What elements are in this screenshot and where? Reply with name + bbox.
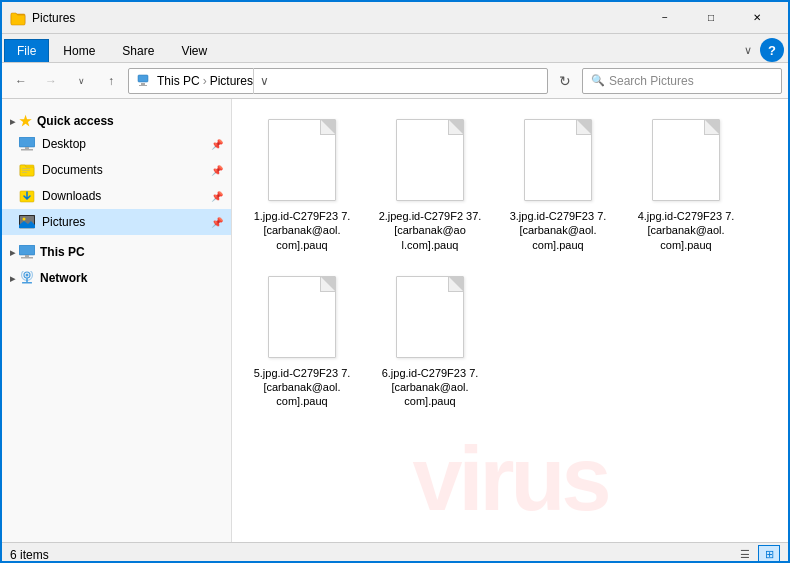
svg-rect-6 [21, 149, 33, 151]
svg-rect-22 [22, 282, 32, 284]
file-page-corner-0 [321, 120, 335, 134]
file-page-5 [396, 276, 464, 358]
ribbon-chevron[interactable]: ∨ [736, 40, 760, 61]
main-layout: ▸ ★ Quick access Desktop 📌 [2, 99, 788, 542]
file-item-2[interactable]: 3.jpg.id-C279F23 7.[carbanak@aol. com].p… [498, 109, 618, 258]
view-grid-button[interactable]: ⊞ [758, 545, 780, 564]
path-dropdown-button[interactable]: ∨ [253, 68, 275, 94]
svg-point-14 [23, 218, 26, 221]
pictures-pin-icon: 📌 [211, 217, 223, 228]
tab-file[interactable]: File [4, 39, 49, 62]
file-item-3[interactable]: 4.jpg.id-C279F23 7.[carbanak@aol. com].p… [626, 109, 746, 258]
desktop-label: Desktop [42, 137, 86, 151]
back-button[interactable]: ← [8, 68, 34, 94]
file-grid: 1.jpg.id-C279F23 7.[carbanak@aol. com].p… [242, 109, 778, 415]
network-label: Network [40, 271, 87, 285]
pictures-icon [18, 213, 36, 231]
search-box[interactable]: 🔍 Search Pictures [582, 68, 782, 94]
file-name-5: 6.jpg.id-C279F23 7.[carbanak@aol. com].p… [376, 366, 484, 409]
svg-rect-4 [19, 137, 35, 147]
documents-pin-icon: 📌 [211, 165, 223, 176]
this-pc-header[interactable]: ▸ This PC [2, 239, 231, 261]
file-page-corner-4 [321, 277, 335, 291]
file-icon-5 [390, 272, 470, 362]
status-bar: 6 items ☰ ⊞ [2, 542, 788, 563]
documents-label: Documents [42, 163, 103, 177]
path-pictures[interactable]: Pictures [210, 74, 253, 88]
file-item-1[interactable]: 2.jpeg.id-C279F2 37.[carbanak@ao l.com].… [370, 109, 490, 258]
file-item[interactable]: 1.jpg.id-C279F23 7.[carbanak@aol. com].p… [242, 109, 362, 258]
file-page-corner-5 [449, 277, 463, 291]
network-chevron: ▸ [10, 273, 15, 284]
desktop-icon [18, 135, 36, 153]
ribbon-help-button[interactable]: ? [760, 38, 784, 62]
downloads-label: Downloads [42, 189, 101, 203]
quick-access-chevron: ▸ [10, 116, 15, 127]
forward-button[interactable]: → [38, 68, 64, 94]
tab-view[interactable]: View [168, 39, 220, 62]
svg-rect-3 [139, 85, 147, 86]
title-bar-title: Pictures [32, 11, 642, 25]
documents-icon [18, 161, 36, 179]
svg-rect-5 [25, 147, 29, 149]
sidebar: ▸ ★ Quick access Desktop 📌 [2, 99, 232, 542]
quick-access-header[interactable]: ▸ ★ Quick access [2, 107, 231, 131]
sidebar-item-pictures[interactable]: Pictures 📌 [2, 209, 231, 235]
minimize-button[interactable]: − [642, 2, 688, 34]
refresh-button[interactable]: ↻ [552, 68, 578, 94]
view-list-button[interactable]: ☰ [734, 545, 756, 564]
file-name-2: 3.jpg.id-C279F23 7.[carbanak@aol. com].p… [504, 209, 612, 252]
quick-access-label: Quick access [37, 114, 114, 128]
file-page-2 [524, 119, 592, 201]
file-name-4: 5.jpg.id-C279F23 7.[carbanak@aol. com].p… [248, 366, 356, 409]
file-icon-3 [646, 115, 726, 205]
network-header[interactable]: ▸ Network [2, 265, 231, 287]
file-page-1 [396, 119, 464, 201]
file-name-0: 1.jpg.id-C279F23 7.[carbanak@aol. com].p… [248, 209, 356, 252]
this-pc-label: This PC [40, 245, 85, 259]
address-path: This PC › Pictures ∨ [128, 68, 548, 94]
tab-share[interactable]: Share [109, 39, 167, 62]
ribbon-right: ∨ ? [736, 38, 788, 62]
file-icon-1 [390, 115, 470, 205]
sidebar-item-downloads[interactable]: Downloads 📌 [2, 183, 231, 209]
ribbon: File Home Share View ∨ ? [2, 34, 788, 63]
sidebar-item-documents[interactable]: Documents 📌 [2, 157, 231, 183]
dropdown-recent-button[interactable]: ∨ [68, 68, 94, 94]
file-icon-2 [518, 115, 598, 205]
up-button[interactable]: ↑ [98, 68, 124, 94]
close-button[interactable]: ✕ [734, 2, 780, 34]
svg-point-20 [26, 274, 29, 277]
file-page-corner-1 [449, 120, 463, 134]
maximize-button[interactable]: □ [688, 2, 734, 34]
view-icons: ☰ ⊞ [734, 545, 780, 564]
title-bar: Pictures − □ ✕ [2, 2, 788, 34]
file-name-1: 2.jpeg.id-C279F2 37.[carbanak@ao l.com].… [376, 209, 484, 252]
search-icon: 🔍 [591, 74, 605, 87]
file-item-4[interactable]: 5.jpg.id-C279F23 7.[carbanak@aol. com].p… [242, 266, 362, 415]
tab-home[interactable]: Home [50, 39, 108, 62]
svg-rect-1 [138, 75, 148, 82]
svg-rect-15 [19, 245, 35, 255]
title-bar-icon [10, 10, 26, 26]
pictures-label: Pictures [42, 215, 85, 229]
file-name-3: 4.jpg.id-C279F23 7.[carbanak@aol. com].p… [632, 209, 740, 252]
file-page-corner-3 [705, 120, 719, 134]
file-icon-0 [262, 115, 342, 205]
ribbon-tabs: File Home Share View ∨ ? [2, 34, 788, 62]
address-bar: ← → ∨ ↑ This PC › Pictures ∨ ↻ 🔍 Search … [2, 63, 788, 99]
path-this-pc[interactable]: This PC [157, 74, 200, 88]
svg-rect-2 [141, 83, 145, 85]
title-bar-controls: − □ ✕ [642, 2, 780, 34]
search-placeholder: Search Pictures [609, 74, 694, 88]
this-pc-chevron: ▸ [10, 247, 15, 258]
quick-access-star-icon: ★ [19, 113, 32, 129]
svg-rect-17 [21, 257, 33, 259]
file-item-5[interactable]: 6.jpg.id-C279F23 7.[carbanak@aol. com].p… [370, 266, 490, 415]
svg-rect-16 [25, 255, 29, 257]
downloads-icon [18, 187, 36, 205]
svg-rect-9 [22, 170, 30, 171]
sidebar-item-desktop[interactable]: Desktop 📌 [2, 131, 231, 157]
item-count: 6 items [10, 548, 49, 562]
file-page-corner-2 [577, 120, 591, 134]
